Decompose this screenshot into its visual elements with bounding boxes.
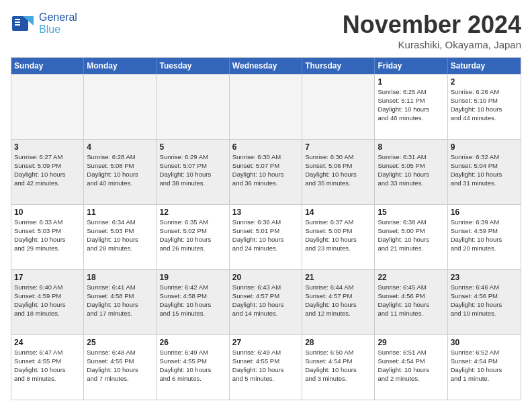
day-info: Sunrise: 6:35 AM Sunset: 5:02 PM Dayligh… (160, 218, 212, 251)
day-number: 28 (305, 337, 371, 348)
calendar-header: SundayMondayTuesdayWednesdayThursdayFrid… (11, 58, 521, 74)
day-number: 17 (14, 272, 81, 283)
page-container: General Blue November 2024 Kurashiki, Ok… (0, 0, 532, 411)
day-info: Sunrise: 6:30 AM Sunset: 5:06 PM Dayligh… (305, 153, 357, 186)
cal-cell: 20Sunrise: 6:43 AM Sunset: 4:57 PM Dayli… (230, 270, 302, 334)
cal-cell: 27Sunrise: 6:49 AM Sunset: 4:55 PM Dayli… (230, 335, 302, 400)
cal-header-cell-friday: Friday (375, 58, 447, 74)
logo-blue: Blue (39, 24, 60, 35)
day-info: Sunrise: 6:52 AM Sunset: 4:54 PM Dayligh… (451, 349, 502, 381)
logo: General Blue (11, 11, 77, 36)
cal-cell: 12Sunrise: 6:35 AM Sunset: 5:02 PM Dayli… (157, 205, 230, 269)
cal-cell: 4Sunrise: 6:28 AM Sunset: 5:08 PM Daylig… (84, 140, 157, 204)
day-number: 15 (378, 207, 444, 218)
logo-text: General Blue (39, 11, 77, 36)
cal-row-0: 1Sunrise: 6:25 AM Sunset: 5:11 PM Daylig… (11, 74, 521, 139)
day-number: 26 (160, 337, 226, 348)
day-number: 23 (451, 272, 518, 283)
svg-rect-3 (15, 21, 20, 23)
cal-cell: 8Sunrise: 6:31 AM Sunset: 5:05 PM Daylig… (375, 140, 447, 204)
cal-cell: 29Sunrise: 6:51 AM Sunset: 4:54 PM Dayli… (375, 335, 447, 400)
day-info: Sunrise: 6:46 AM Sunset: 4:56 PM Dayligh… (451, 283, 502, 316)
day-info: Sunrise: 6:26 AM Sunset: 5:10 PM Dayligh… (451, 88, 502, 121)
calendar-body: 1Sunrise: 6:25 AM Sunset: 5:11 PM Daylig… (11, 74, 521, 400)
day-info: Sunrise: 6:39 AM Sunset: 4:59 PM Dayligh… (451, 218, 502, 251)
day-number: 5 (160, 142, 226, 152)
day-number: 29 (378, 337, 444, 348)
cal-cell (157, 75, 230, 139)
day-info: Sunrise: 6:49 AM Sunset: 4:55 PM Dayligh… (160, 349, 212, 381)
day-number: 16 (451, 207, 518, 218)
day-info: Sunrise: 6:33 AM Sunset: 5:03 PM Dayligh… (14, 218, 66, 251)
cal-cell: 13Sunrise: 6:36 AM Sunset: 5:01 PM Dayli… (230, 205, 302, 269)
svg-rect-4 (15, 24, 20, 26)
day-number: 2 (451, 77, 518, 87)
day-number: 10 (14, 207, 81, 218)
header: General Blue November 2024 Kurashiki, Ok… (11, 11, 521, 50)
cal-cell: 3Sunrise: 6:27 AM Sunset: 5:09 PM Daylig… (11, 140, 84, 204)
day-number: 24 (14, 337, 81, 348)
cal-header-cell-thursday: Thursday (302, 58, 375, 74)
cal-cell: 11Sunrise: 6:34 AM Sunset: 5:03 PM Dayli… (84, 205, 157, 269)
day-info: Sunrise: 6:49 AM Sunset: 4:55 PM Dayligh… (232, 349, 284, 381)
day-info: Sunrise: 6:30 AM Sunset: 5:07 PM Dayligh… (232, 153, 284, 186)
day-info: Sunrise: 6:29 AM Sunset: 5:07 PM Dayligh… (160, 153, 212, 186)
day-number: 30 (451, 337, 518, 348)
cal-cell: 17Sunrise: 6:40 AM Sunset: 4:59 PM Dayli… (11, 270, 84, 334)
cal-row-2: 10Sunrise: 6:33 AM Sunset: 5:03 PM Dayli… (11, 204, 521, 269)
day-info: Sunrise: 6:28 AM Sunset: 5:08 PM Dayligh… (87, 153, 138, 186)
day-number: 14 (305, 207, 371, 218)
day-info: Sunrise: 6:42 AM Sunset: 4:58 PM Dayligh… (160, 283, 212, 316)
day-number: 6 (232, 142, 299, 152)
month-title: November 2024 (343, 11, 521, 39)
cal-cell: 25Sunrise: 6:48 AM Sunset: 4:55 PM Dayli… (84, 335, 157, 400)
day-info: Sunrise: 6:48 AM Sunset: 4:55 PM Dayligh… (87, 349, 138, 381)
day-info: Sunrise: 6:31 AM Sunset: 5:05 PM Dayligh… (378, 153, 429, 186)
day-number: 25 (87, 337, 153, 348)
cal-cell: 26Sunrise: 6:49 AM Sunset: 4:55 PM Dayli… (157, 335, 230, 400)
calendar: SundayMondayTuesdayWednesdayThursdayFrid… (11, 57, 521, 400)
cal-header-cell-monday: Monday (84, 58, 157, 74)
day-number: 19 (160, 272, 226, 283)
day-number: 21 (305, 272, 371, 283)
day-info: Sunrise: 6:40 AM Sunset: 4:59 PM Dayligh… (14, 283, 66, 316)
day-number: 13 (232, 207, 299, 218)
day-number: 22 (378, 272, 444, 283)
day-info: Sunrise: 6:32 AM Sunset: 5:04 PM Dayligh… (451, 153, 502, 186)
cal-cell: 16Sunrise: 6:39 AM Sunset: 4:59 PM Dayli… (448, 205, 521, 269)
logo-general: General (39, 11, 77, 23)
day-info: Sunrise: 6:43 AM Sunset: 4:57 PM Dayligh… (232, 283, 284, 316)
day-info: Sunrise: 6:36 AM Sunset: 5:01 PM Dayligh… (232, 218, 284, 251)
day-info: Sunrise: 6:41 AM Sunset: 4:58 PM Dayligh… (87, 283, 138, 316)
cal-cell: 21Sunrise: 6:44 AM Sunset: 4:57 PM Dayli… (302, 270, 375, 334)
day-info: Sunrise: 6:45 AM Sunset: 4:56 PM Dayligh… (378, 283, 429, 316)
day-info: Sunrise: 6:34 AM Sunset: 5:03 PM Dayligh… (87, 218, 138, 251)
day-number: 9 (451, 142, 518, 152)
cal-cell: 19Sunrise: 6:42 AM Sunset: 4:58 PM Dayli… (157, 270, 230, 334)
day-info: Sunrise: 6:51 AM Sunset: 4:54 PM Dayligh… (378, 349, 429, 381)
cal-cell: 24Sunrise: 6:47 AM Sunset: 4:55 PM Dayli… (11, 335, 84, 400)
cal-cell: 7Sunrise: 6:30 AM Sunset: 5:06 PM Daylig… (302, 140, 375, 204)
day-info: Sunrise: 6:38 AM Sunset: 5:00 PM Dayligh… (378, 218, 429, 251)
svg-rect-2 (15, 19, 20, 20)
cal-row-1: 3Sunrise: 6:27 AM Sunset: 5:09 PM Daylig… (11, 139, 521, 204)
cal-cell: 10Sunrise: 6:33 AM Sunset: 5:03 PM Dayli… (11, 205, 84, 269)
day-number: 27 (232, 337, 299, 348)
day-number: 11 (87, 207, 153, 218)
day-number: 1 (378, 77, 444, 87)
cal-cell (84, 75, 157, 139)
day-info: Sunrise: 6:44 AM Sunset: 4:57 PM Dayligh… (305, 283, 357, 316)
day-info: Sunrise: 6:27 AM Sunset: 5:09 PM Dayligh… (14, 153, 66, 186)
location: Kurashiki, Okayama, Japan (343, 39, 521, 50)
cal-row-3: 17Sunrise: 6:40 AM Sunset: 4:59 PM Dayli… (11, 269, 521, 334)
day-info: Sunrise: 6:47 AM Sunset: 4:55 PM Dayligh… (14, 349, 66, 381)
day-number: 7 (305, 142, 371, 152)
day-number: 4 (87, 142, 153, 152)
cal-cell: 30Sunrise: 6:52 AM Sunset: 4:54 PM Dayli… (448, 335, 521, 400)
day-info: Sunrise: 6:50 AM Sunset: 4:54 PM Dayligh… (305, 349, 357, 381)
cal-cell (11, 75, 84, 139)
cal-header-cell-saturday: Saturday (448, 58, 521, 74)
day-info: Sunrise: 6:37 AM Sunset: 5:00 PM Dayligh… (305, 218, 357, 251)
cal-cell: 1Sunrise: 6:25 AM Sunset: 5:11 PM Daylig… (375, 75, 447, 139)
cal-cell: 6Sunrise: 6:30 AM Sunset: 5:07 PM Daylig… (230, 140, 302, 204)
